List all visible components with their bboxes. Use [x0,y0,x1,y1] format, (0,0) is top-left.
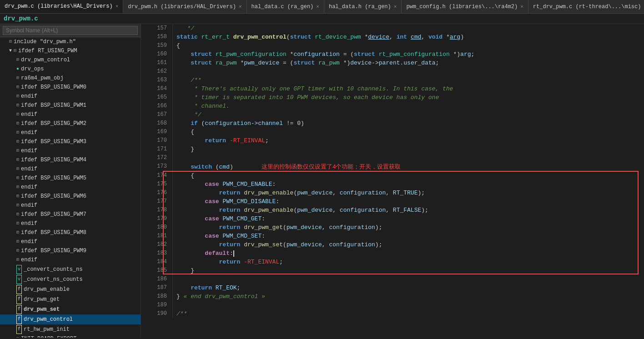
line-code[interactable]: * channel. [172,102,644,110]
symbol-search-input[interactable] [3,26,138,35]
line-number: 184 [141,258,172,266]
sidebar-item-pwm8[interactable]: ⊞ ifdef BSP_USING_PWM8 [0,228,141,237]
line-code[interactable]: if (configuration->channel != 0) [172,119,644,128]
line-code[interactable] [172,275,644,284]
line-code[interactable]: } [172,266,644,275]
line-number: 177 [141,197,172,206]
line-code[interactable]: case PWM_CMD_DISABLE: [172,197,644,206]
line-code[interactable]: default: [172,249,644,258]
sidebar-item-drv-pwm-enable[interactable]: f drv_pwm_enable [0,284,141,294]
table-row: 182 return drv_pwm_set(pwm_device, confi… [141,240,644,249]
table-row: 181 case PWM_CMD_SET: [141,232,644,240]
line-code[interactable]: return -RT_EINVAL; [172,136,644,145]
hash-icon: ⊞ [16,147,19,155]
tab-drv-pwm-c[interactable]: drv_pwm.c (libraries\HAL_Drivers) × [0,0,123,13]
tab-label: drv_pwm.c (libraries\HAL_Drivers) [5,3,113,10]
sidebar-item-label: ifdef BSP_USING_PWM5 [21,174,86,182]
line-code[interactable]: * timer is separated into 10 PWM devices… [172,93,644,102]
line-code[interactable]: { [172,41,644,50]
sidebar-item-convert-counts-ns[interactable]: v _convert_counts_ns [0,264,141,274]
table-row: 190 /** [141,309,644,318]
line-code[interactable]: case PWM_CMD_SET: [172,232,644,240]
hash-icon: ⊞ [16,120,19,128]
sidebar-item-endif0[interactable]: ⊞ endif [0,92,141,101]
sidebar-item-label: endif [21,147,37,155]
line-code[interactable] [172,154,644,162]
sidebar-item-endif9[interactable]: ⊞ endif [0,255,141,264]
sidebar-item-label: endif [21,92,37,100]
tab-hal-data-h[interactable]: hal_data.h (ra_gen) × [324,0,402,13]
close-icon[interactable]: × [239,4,242,10]
tab-drv-pwm-h[interactable]: drv_pwm.h (libraries/HAL_Drivers) × [123,0,247,13]
sidebar-item-endif7[interactable]: ⊞ endif [0,219,141,228]
sidebar-item-endif6[interactable]: ⊞ endif [0,201,141,210]
line-code[interactable]: return -RT_EINVAL; [172,258,644,266]
sidebar-item-pwm3[interactable]: ⊞ ifdef BSP_USING_PWM3 [0,137,141,146]
line-code[interactable]: return drv_pwm_set(pwm_device, configura… [172,240,644,249]
sidebar-item-endif5[interactable]: ⊞ endif [0,183,141,192]
line-code[interactable]: */ [172,24,644,33]
sidebar-item-drv-pwm-control-selected[interactable]: f drv_pwm_control [0,314,141,324]
line-number: 172 [141,154,172,162]
line-code[interactable]: struct rt_pwm_configuration *configurati… [172,50,644,59]
line-code[interactable]: case PWM_CMD_ENABLE: [172,180,644,189]
hash-icon: ⊞ [16,201,19,209]
line-code[interactable]: /** [172,309,644,318]
sidebar-item-label: ra6m4_pwm_obj [21,74,64,82]
sidebar-item-endif3[interactable]: ⊞ endif [0,146,141,155]
sidebar-item-drv-pwm-set[interactable]: f drv_pwm_set [0,304,141,314]
line-code[interactable]: static rt_err_t drv_pwm_control(struct r… [172,33,644,41]
table-row: 184 return -RT_EINVAL; [141,258,644,266]
line-code[interactable]: } [172,145,644,154]
tab-pwm-config-h[interactable]: pwm_config.h (libraries\...\ra4m2) × [402,0,528,13]
sidebar-item-pwm9[interactable]: ⊞ ifdef BSP_USING_PWM9 [0,246,141,255]
line-code[interactable]: case PWM_CMD_GET: [172,214,644,223]
sidebar-item-rt-hw-pwm-init[interactable]: f rt_hw_pwm_init [0,324,141,334]
line-code[interactable]: return RT_EOK; [172,284,644,292]
line-code[interactable]: switch (cmd) 这里的控制函数仅仅设置了4个功能；开关，设置获取 [172,162,644,171]
sidebar-item-pwm1[interactable]: ⊞ ifdef BSP_USING_PWM1 [0,101,141,110]
line-code[interactable]: return drv_pwm_enable(pwm_device, config… [172,189,644,197]
sidebar-item-label: endif [21,183,37,191]
sidebar-item-pwm5[interactable]: ⊞ ifdef BSP_USING_PWM5 [0,174,141,183]
close-icon[interactable]: × [316,4,319,10]
sidebar-tree[interactable]: ⊞ include "drv_pwm.h" ▼ ⊞ ifdef RT_USING… [0,37,141,338]
sidebar-item-endif1[interactable]: ⊞ endif [0,110,141,119]
sidebar-item-endif2[interactable]: ⊞ endif [0,128,141,137]
close-icon[interactable]: × [394,4,397,10]
tab-rt-drv-pwm-c[interactable]: rt_drv_pwm.c (rt-thread\...\misc) × [528,0,644,13]
sidebar-item-drv-ops[interactable]: ● drv_ops [0,65,141,74]
sidebar-item-include[interactable]: ⊞ include "drv_pwm.h" [0,37,141,46]
sidebar-item-label: ifdef BSP_USING_PWM9 [21,247,86,255]
sidebar-item-convert-ns-counts[interactable]: v _convert_ns_counts [0,274,141,284]
sidebar-item-endif4[interactable]: ⊞ endif [0,165,141,174]
line-code[interactable]: } « end drv_pwm_control » [172,292,644,301]
close-icon[interactable]: × [116,4,119,9]
line-code[interactable]: /** [172,76,644,85]
sidebar-item-drv-pwm-control[interactable]: ⊞ drv_pwm_control [0,55,141,65]
line-code[interactable]: return drv_pwm_enable(pwm_device, config… [172,206,644,214]
hash-icon: ⊞ [16,238,19,246]
line-code[interactable] [172,301,644,309]
sidebar-item-ifdef-rt[interactable]: ▼ ⊞ ifdef RT_USING_PWM [0,46,141,55]
line-code[interactable]: */ [172,110,644,119]
sidebar-item-init-board-export[interactable]: ⊞ INIT_BOARD_EXPORT [0,334,141,338]
code-editor[interactable]: 157 */ 158 static rt_err_t drv_pwm_contr… [141,24,644,338]
line-code[interactable]: { [172,128,644,136]
sidebar-item-pwm0[interactable]: ⊞ ifdef BSP_USING_PWM0 [0,83,141,92]
line-code[interactable] [172,67,644,76]
sidebar-item-label: drv_pwm_control [21,56,70,64]
tab-hal-data-c[interactable]: hal_data.c (ra_gen) × [247,0,324,13]
sidebar-item-pwm6[interactable]: ⊞ ifdef BSP_USING_PWM6 [0,192,141,201]
line-code[interactable]: * There's actually only one GPT timer wi… [172,85,644,93]
sidebar-item-pwm2[interactable]: ⊞ ifdef BSP_USING_PWM2 [0,119,141,128]
sidebar-item-pwm7[interactable]: ⊞ ifdef BSP_USING_PWM7 [0,210,141,219]
close-icon[interactable]: × [520,4,523,10]
sidebar-item-ra6m4[interactable]: ⊞ ra6m4_pwm_obj [0,74,141,83]
line-code[interactable]: struct ra_pwm *pwm_device = (struct ra_p… [172,59,644,67]
line-code[interactable]: { [172,171,644,180]
line-code[interactable]: return drv_pwm_get(pwm_device, configura… [172,223,644,232]
sidebar-item-endif8[interactable]: ⊞ endif [0,237,141,246]
sidebar-item-pwm4[interactable]: ⊞ ifdef BSP_USING_PWM4 [0,155,141,165]
sidebar-item-drv-pwm-get[interactable]: f drv_pwm_get [0,294,141,304]
